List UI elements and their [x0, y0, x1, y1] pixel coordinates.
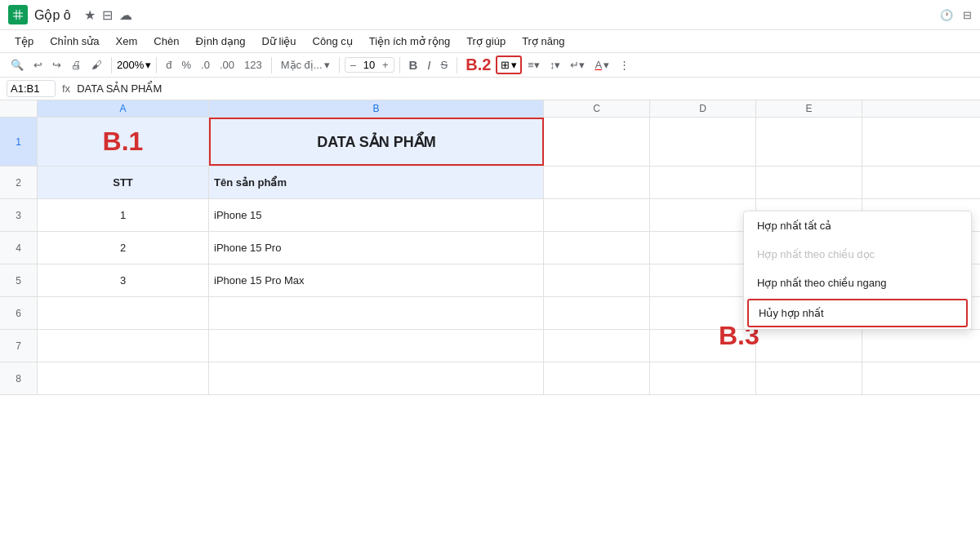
- cell-b4[interactable]: iPhone 15 Pro: [209, 232, 544, 264]
- currency-button[interactable]: đ: [162, 56, 176, 73]
- cell-e1[interactable]: [756, 118, 862, 166]
- row-header-2[interactable]: 2: [0, 167, 38, 198]
- italic-button[interactable]: I: [423, 56, 434, 74]
- decimal-decrease-button[interactable]: .0: [197, 56, 214, 73]
- format-123-button[interactable]: 123: [240, 56, 266, 73]
- redo-button[interactable]: ↪: [48, 56, 65, 73]
- merge-button[interactable]: ⊞ ▾: [496, 56, 522, 74]
- toolbar: 🔍 ↩ ↪ 🖨 🖌 200% ▾ đ % .0 .00 123 Mặc đị..…: [0, 53, 980, 78]
- menu-tools[interactable]: Công cụ: [306, 32, 359, 51]
- col-header-c[interactable]: C: [544, 100, 650, 117]
- cell-c7[interactable]: [544, 330, 650, 362]
- cell-a3[interactable]: 1: [38, 199, 209, 231]
- separator-4: [339, 57, 340, 73]
- font-size-control[interactable]: – 10 +: [345, 57, 394, 73]
- cell-a2[interactable]: STT: [38, 167, 209, 198]
- cell-a6[interactable]: [38, 297, 209, 329]
- menu-view[interactable]: Xem: [109, 32, 145, 51]
- save-icon[interactable]: ⊟: [102, 7, 113, 23]
- cell-a5[interactable]: 3: [38, 264, 209, 296]
- menu-data[interactable]: Dữ liệu: [256, 32, 303, 51]
- cell-d2[interactable]: [650, 167, 756, 198]
- cell-c4[interactable]: [544, 232, 650, 264]
- col-header-b[interactable]: B: [209, 100, 544, 117]
- merge-dropdown-arrow[interactable]: ▾: [511, 59, 517, 71]
- cell-b3[interactable]: iPhone 15: [209, 199, 544, 231]
- cell-a4[interactable]: 2: [38, 232, 209, 264]
- cell-b5[interactable]: iPhone 15 Pro Max: [209, 264, 544, 296]
- merge-all-option[interactable]: Hợp nhất tất cả: [744, 211, 971, 240]
- cell-d3[interactable]: [650, 199, 756, 231]
- menu-edit[interactable]: Chỉnh sửa: [43, 32, 105, 51]
- menu-accessibility[interactable]: Trợ năng: [515, 32, 571, 51]
- bold-button[interactable]: B: [405, 56, 422, 74]
- menu-extensions[interactable]: Tiện ích mở rộng: [363, 32, 457, 51]
- cell-a8[interactable]: [38, 362, 209, 394]
- print-button[interactable]: 🖨: [67, 56, 86, 73]
- col-header-a[interactable]: A: [38, 100, 209, 117]
- strikethrough-button[interactable]: S: [437, 56, 452, 73]
- align-button[interactable]: ≡▾: [523, 56, 544, 73]
- percent-button[interactable]: %: [177, 56, 195, 73]
- row-header-1[interactable]: 1: [0, 118, 38, 166]
- cell-e7[interactable]: [756, 330, 862, 362]
- undo-button[interactable]: ↩: [29, 56, 47, 73]
- cell-c2[interactable]: [544, 167, 650, 198]
- cell-a7[interactable]: [38, 330, 209, 362]
- cell-b1[interactable]: DATA SẢN PHẨM: [209, 118, 544, 166]
- menu-file[interactable]: Tệp: [8, 32, 40, 51]
- star-icon[interactable]: ★: [84, 7, 96, 23]
- doc-title: Gộp ô: [34, 7, 71, 23]
- cell-d4[interactable]: [650, 232, 756, 264]
- cell-b8[interactable]: [209, 362, 544, 394]
- zoom-control[interactable]: 200% ▾: [117, 59, 151, 71]
- cell-a1[interactable]: B.1: [38, 118, 209, 166]
- font-size-decrease-button[interactable]: –: [349, 59, 358, 71]
- row-header-8[interactable]: 8: [0, 362, 38, 394]
- cell-reference-input[interactable]: A1:B1: [7, 80, 56, 97]
- cell-c1[interactable]: [544, 118, 650, 166]
- col-header-d[interactable]: D: [650, 100, 756, 117]
- col-header-e[interactable]: E: [756, 100, 862, 117]
- row-header-5[interactable]: 5: [0, 264, 38, 296]
- cell-e2[interactable]: [756, 167, 862, 198]
- row-header-4[interactable]: 4: [0, 232, 38, 264]
- preview-icon[interactable]: ⊟: [963, 9, 972, 21]
- separator-5: [399, 57, 400, 73]
- row-header-3[interactable]: 3: [0, 199, 38, 231]
- valign-button[interactable]: ↕▾: [546, 56, 565, 73]
- row-header-7[interactable]: 7: [0, 330, 38, 362]
- cell-d1[interactable]: [650, 118, 756, 166]
- cell-c3[interactable]: [544, 199, 650, 231]
- cell-c8[interactable]: [544, 362, 650, 394]
- table-row: 7: [0, 330, 980, 362]
- cell-d5[interactable]: [650, 264, 756, 296]
- cloud-icon[interactable]: ☁: [119, 7, 132, 23]
- cell-c6[interactable]: [544, 297, 650, 329]
- history-icon[interactable]: 🕐: [940, 9, 953, 21]
- cell-c5[interactable]: [544, 264, 650, 296]
- font-family-button[interactable]: Mặc đị...▾: [277, 56, 334, 73]
- more-button[interactable]: ⋮: [615, 56, 634, 73]
- cell-e8[interactable]: [756, 362, 862, 394]
- menu-insert[interactable]: Chèn: [147, 32, 185, 51]
- cell-b6[interactable]: [209, 297, 544, 329]
- fx-icon: fx: [62, 82, 70, 95]
- menu-format[interactable]: Định dạng: [189, 32, 252, 51]
- font-size-increase-button[interactable]: +: [381, 59, 390, 71]
- row-header-6[interactable]: 6: [0, 297, 38, 329]
- search-button[interactable]: 🔍: [7, 56, 28, 73]
- cell-d8[interactable]: [650, 362, 756, 394]
- format-paint-button[interactable]: 🖌: [87, 56, 106, 73]
- unmerge-option[interactable]: Hủy hợp nhất: [747, 299, 968, 327]
- title-bar: Gộp ô ★ ⊟ ☁ 🕐 ⊟: [0, 0, 980, 30]
- separator-2: [156, 57, 157, 73]
- cell-b2[interactable]: Tên sản phẩm: [209, 167, 544, 198]
- cell-b7[interactable]: [209, 330, 544, 362]
- text-color-button[interactable]: A▾: [590, 56, 613, 73]
- decimal-increase-button[interactable]: .00: [216, 56, 238, 73]
- svg-rect-0: [13, 10, 23, 20]
- menu-help[interactable]: Trợ giúp: [460, 32, 512, 51]
- merge-horizontal-option[interactable]: Hợp nhất theo chiều ngang: [744, 269, 971, 297]
- wrap-button[interactable]: ↵▾: [566, 56, 589, 73]
